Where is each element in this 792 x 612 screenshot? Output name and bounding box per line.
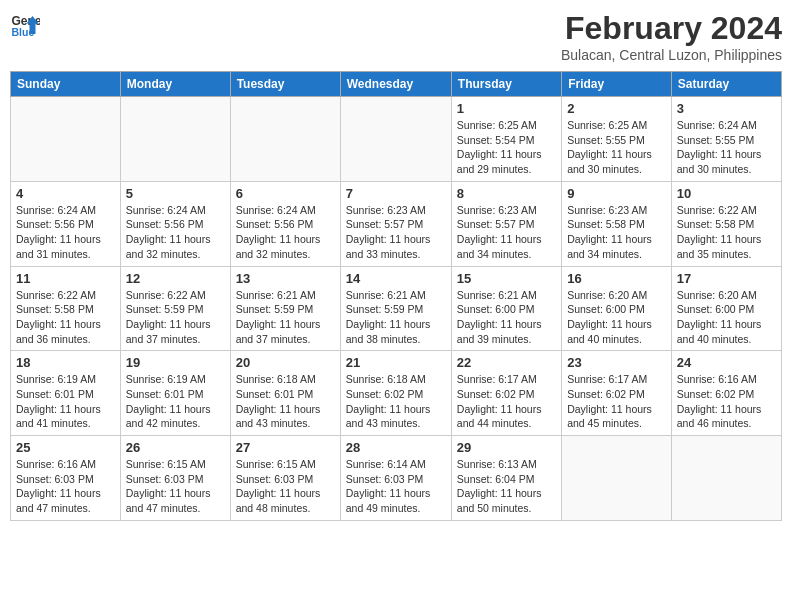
day-info: Sunrise: 6:17 AMSunset: 6:02 PMDaylight:… <box>567 372 666 431</box>
day-info: Sunrise: 6:16 AMSunset: 6:02 PMDaylight:… <box>677 372 776 431</box>
day-number: 7 <box>346 186 446 201</box>
calendar-cell <box>230 97 340 182</box>
day-number: 1 <box>457 101 556 116</box>
day-number: 10 <box>677 186 776 201</box>
day-info: Sunrise: 6:24 AMSunset: 5:56 PMDaylight:… <box>16 203 115 262</box>
day-number: 28 <box>346 440 446 455</box>
day-info: Sunrise: 6:16 AMSunset: 6:03 PMDaylight:… <box>16 457 115 516</box>
day-info: Sunrise: 6:25 AMSunset: 5:54 PMDaylight:… <box>457 118 556 177</box>
calendar-cell: 29Sunrise: 6:13 AMSunset: 6:04 PMDayligh… <box>451 436 561 521</box>
day-info: Sunrise: 6:24 AMSunset: 5:55 PMDaylight:… <box>677 118 776 177</box>
day-info: Sunrise: 6:19 AMSunset: 6:01 PMDaylight:… <box>126 372 225 431</box>
calendar-cell: 7Sunrise: 6:23 AMSunset: 5:57 PMDaylight… <box>340 181 451 266</box>
day-number: 6 <box>236 186 335 201</box>
calendar-cell: 6Sunrise: 6:24 AMSunset: 5:56 PMDaylight… <box>230 181 340 266</box>
day-info: Sunrise: 6:14 AMSunset: 6:03 PMDaylight:… <box>346 457 446 516</box>
day-info: Sunrise: 6:18 AMSunset: 6:02 PMDaylight:… <box>346 372 446 431</box>
calendar-cell: 3Sunrise: 6:24 AMSunset: 5:55 PMDaylight… <box>671 97 781 182</box>
calendar-cell: 19Sunrise: 6:19 AMSunset: 6:01 PMDayligh… <box>120 351 230 436</box>
day-info: Sunrise: 6:23 AMSunset: 5:57 PMDaylight:… <box>346 203 446 262</box>
day-number: 22 <box>457 355 556 370</box>
day-info: Sunrise: 6:13 AMSunset: 6:04 PMDaylight:… <box>457 457 556 516</box>
header: General Blue February 2024 Bulacan, Cent… <box>10 10 782 63</box>
day-info: Sunrise: 6:19 AMSunset: 6:01 PMDaylight:… <box>16 372 115 431</box>
calendar-cell: 11Sunrise: 6:22 AMSunset: 5:58 PMDayligh… <box>11 266 121 351</box>
calendar-cell: 27Sunrise: 6:15 AMSunset: 6:03 PMDayligh… <box>230 436 340 521</box>
calendar-cell: 5Sunrise: 6:24 AMSunset: 5:56 PMDaylight… <box>120 181 230 266</box>
day-info: Sunrise: 6:22 AMSunset: 5:59 PMDaylight:… <box>126 288 225 347</box>
calendar-cell: 18Sunrise: 6:19 AMSunset: 6:01 PMDayligh… <box>11 351 121 436</box>
calendar-cell: 22Sunrise: 6:17 AMSunset: 6:02 PMDayligh… <box>451 351 561 436</box>
weekday-header-row: SundayMondayTuesdayWednesdayThursdayFrid… <box>11 72 782 97</box>
title-area: February 2024 Bulacan, Central Luzon, Ph… <box>561 10 782 63</box>
calendar-cell <box>340 97 451 182</box>
day-number: 26 <box>126 440 225 455</box>
calendar-cell: 25Sunrise: 6:16 AMSunset: 6:03 PMDayligh… <box>11 436 121 521</box>
calendar-cell: 8Sunrise: 6:23 AMSunset: 5:57 PMDaylight… <box>451 181 561 266</box>
day-info: Sunrise: 6:23 AMSunset: 5:57 PMDaylight:… <box>457 203 556 262</box>
day-info: Sunrise: 6:20 AMSunset: 6:00 PMDaylight:… <box>567 288 666 347</box>
calendar-table: SundayMondayTuesdayWednesdayThursdayFrid… <box>10 71 782 521</box>
day-number: 19 <box>126 355 225 370</box>
day-number: 24 <box>677 355 776 370</box>
calendar-cell <box>11 97 121 182</box>
calendar-cell: 20Sunrise: 6:18 AMSunset: 6:01 PMDayligh… <box>230 351 340 436</box>
day-number: 16 <box>567 271 666 286</box>
day-info: Sunrise: 6:22 AMSunset: 5:58 PMDaylight:… <box>16 288 115 347</box>
weekday-header: Saturday <box>671 72 781 97</box>
day-info: Sunrise: 6:21 AMSunset: 5:59 PMDaylight:… <box>346 288 446 347</box>
day-number: 20 <box>236 355 335 370</box>
logo: General Blue <box>10 10 42 40</box>
calendar-cell: 1Sunrise: 6:25 AMSunset: 5:54 PMDaylight… <box>451 97 561 182</box>
calendar-cell: 21Sunrise: 6:18 AMSunset: 6:02 PMDayligh… <box>340 351 451 436</box>
day-info: Sunrise: 6:15 AMSunset: 6:03 PMDaylight:… <box>126 457 225 516</box>
day-info: Sunrise: 6:24 AMSunset: 5:56 PMDaylight:… <box>126 203 225 262</box>
calendar-cell: 17Sunrise: 6:20 AMSunset: 6:00 PMDayligh… <box>671 266 781 351</box>
day-number: 8 <box>457 186 556 201</box>
day-info: Sunrise: 6:17 AMSunset: 6:02 PMDaylight:… <box>457 372 556 431</box>
weekday-header: Wednesday <box>340 72 451 97</box>
calendar-cell: 2Sunrise: 6:25 AMSunset: 5:55 PMDaylight… <box>562 97 672 182</box>
day-info: Sunrise: 6:22 AMSunset: 5:58 PMDaylight:… <box>677 203 776 262</box>
day-number: 5 <box>126 186 225 201</box>
day-info: Sunrise: 6:25 AMSunset: 5:55 PMDaylight:… <box>567 118 666 177</box>
calendar-cell <box>562 436 672 521</box>
calendar-cell: 15Sunrise: 6:21 AMSunset: 6:00 PMDayligh… <box>451 266 561 351</box>
weekday-header: Tuesday <box>230 72 340 97</box>
calendar-cell: 28Sunrise: 6:14 AMSunset: 6:03 PMDayligh… <box>340 436 451 521</box>
day-number: 29 <box>457 440 556 455</box>
weekday-header: Thursday <box>451 72 561 97</box>
weekday-header: Sunday <box>11 72 121 97</box>
calendar-cell: 4Sunrise: 6:24 AMSunset: 5:56 PMDaylight… <box>11 181 121 266</box>
calendar-cell: 24Sunrise: 6:16 AMSunset: 6:02 PMDayligh… <box>671 351 781 436</box>
location-subtitle: Bulacan, Central Luzon, Philippines <box>561 47 782 63</box>
day-info: Sunrise: 6:20 AMSunset: 6:00 PMDaylight:… <box>677 288 776 347</box>
calendar-cell: 10Sunrise: 6:22 AMSunset: 5:58 PMDayligh… <box>671 181 781 266</box>
day-number: 12 <box>126 271 225 286</box>
logo-icon: General Blue <box>10 10 40 40</box>
day-number: 3 <box>677 101 776 116</box>
week-row: 18Sunrise: 6:19 AMSunset: 6:01 PMDayligh… <box>11 351 782 436</box>
day-number: 15 <box>457 271 556 286</box>
calendar-cell: 13Sunrise: 6:21 AMSunset: 5:59 PMDayligh… <box>230 266 340 351</box>
day-info: Sunrise: 6:18 AMSunset: 6:01 PMDaylight:… <box>236 372 335 431</box>
day-info: Sunrise: 6:15 AMSunset: 6:03 PMDaylight:… <box>236 457 335 516</box>
day-number: 23 <box>567 355 666 370</box>
calendar-cell: 16Sunrise: 6:20 AMSunset: 6:00 PMDayligh… <box>562 266 672 351</box>
month-year-title: February 2024 <box>561 10 782 47</box>
day-number: 17 <box>677 271 776 286</box>
day-number: 11 <box>16 271 115 286</box>
calendar-cell <box>671 436 781 521</box>
week-row: 4Sunrise: 6:24 AMSunset: 5:56 PMDaylight… <box>11 181 782 266</box>
day-info: Sunrise: 6:24 AMSunset: 5:56 PMDaylight:… <box>236 203 335 262</box>
day-number: 2 <box>567 101 666 116</box>
calendar-cell: 26Sunrise: 6:15 AMSunset: 6:03 PMDayligh… <box>120 436 230 521</box>
week-row: 25Sunrise: 6:16 AMSunset: 6:03 PMDayligh… <box>11 436 782 521</box>
day-number: 4 <box>16 186 115 201</box>
weekday-header: Monday <box>120 72 230 97</box>
day-number: 9 <box>567 186 666 201</box>
day-number: 21 <box>346 355 446 370</box>
week-row: 11Sunrise: 6:22 AMSunset: 5:58 PMDayligh… <box>11 266 782 351</box>
day-number: 18 <box>16 355 115 370</box>
day-number: 13 <box>236 271 335 286</box>
